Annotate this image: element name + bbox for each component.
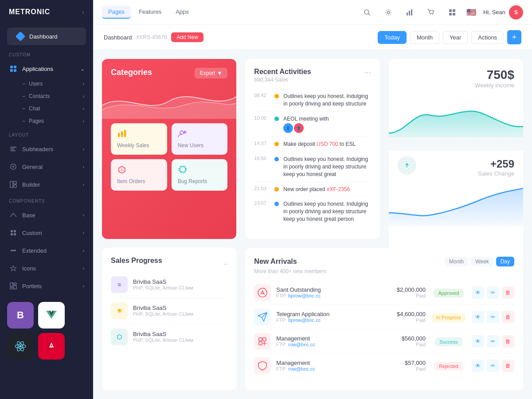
sales-tech: PHP, SQLite, Artisan CLIмм <box>133 285 227 290</box>
sidebar-logo: METRONIC ‹ <box>0 0 93 24</box>
activity-dot <box>274 202 279 206</box>
sidebar-extended-label: Extended <box>22 247 47 254</box>
category-new-users[interactable]: New Users <box>172 123 228 155</box>
svg-rect-59 <box>259 338 262 341</box>
sidebar-collapse-icon[interactable]: ‹ <box>82 8 84 16</box>
sidebar-item-base[interactable]: Base › <box>0 206 93 224</box>
sales-tech: PHP, SQLite, Artisan CLIмм <box>133 311 227 317</box>
arrival-actions: 👁 ✏ 🗑 <box>472 311 514 323</box>
status-badge: In Progress <box>432 313 466 322</box>
view-button[interactable]: 👁 <box>472 360 484 372</box>
add-new-button[interactable]: Add New <box>171 32 203 42</box>
arrival-name: Management <box>276 360 380 366</box>
icons-chevron-icon: › <box>83 266 84 271</box>
users-chevron-icon: › <box>83 82 84 86</box>
sidebar-item-builder[interactable]: Builder › <box>0 176 93 193</box>
search-icon[interactable] <box>360 5 374 20</box>
sales-avatar: ☀ <box>111 302 128 319</box>
language-flag[interactable]: 🇺🇸 <box>466 8 476 17</box>
activity-time: 16:50 <box>254 156 270 161</box>
arrival-ftp: FTP: bprow@bnc.cc <box>276 317 380 323</box>
sidebar-item-users[interactable]: Users › <box>22 78 93 90</box>
sidebar-item-icons[interactable]: Icons › <box>0 259 93 277</box>
builder-icon <box>9 180 18 189</box>
export-button[interactable]: Export ▼ <box>195 68 228 78</box>
tab-apps[interactable]: Apps <box>169 6 195 19</box>
applications-icon <box>9 64 18 73</box>
chart-icon[interactable] <box>403 5 417 20</box>
angular-icon[interactable] <box>38 333 65 360</box>
category-weekly-sales[interactable]: Weekly Sales <box>111 123 167 155</box>
activity-time: 08:42 <box>254 93 270 98</box>
sidebar-pages-label: Pages <box>29 118 44 124</box>
view-button[interactable]: 👁 <box>472 286 484 299</box>
tab-features[interactable]: Features <box>133 6 168 19</box>
actions-button[interactable]: Actions <box>471 31 504 44</box>
add-button[interactable]: + <box>507 30 521 44</box>
dashboard-icon <box>16 32 25 41</box>
month-button[interactable]: Month <box>410 31 439 44</box>
sidebar-general-label: General <box>22 164 43 170</box>
today-button[interactable]: Today <box>378 31 407 44</box>
extended-icon <box>9 246 18 255</box>
cart-icon[interactable] <box>424 5 438 20</box>
sales-info: Briviba SaaS PHP, SQLite, Artisan CLIмм <box>133 331 227 343</box>
sidebar-icons-label: Icons <box>22 265 36 272</box>
svg-rect-43 <box>453 9 455 12</box>
sidebar-item-extended[interactable]: Extended › <box>0 242 93 259</box>
svg-rect-47 <box>121 131 123 137</box>
arrival-actions: 👁 ✏ 🗑 <box>472 360 514 372</box>
svg-rect-3 <box>14 69 16 72</box>
sidebar-item-portlets[interactable]: Portlets › <box>0 277 93 295</box>
edit-button[interactable]: ✏ <box>487 286 499 299</box>
arrivals-tab-day[interactable]: Day <box>496 257 514 266</box>
sales-menu-icon[interactable]: ·· <box>223 259 227 269</box>
sidebar-item-pages[interactable]: Pages › <box>22 115 93 127</box>
new-arrivals-card: New Arrivals Month Week Day More than 40… <box>245 248 523 390</box>
delete-button[interactable]: 🗑 <box>502 335 514 348</box>
sidebar-base-label: Base <box>22 212 35 219</box>
user-avatar: S <box>509 5 523 20</box>
user-greeting[interactable]: Hi, Sean S <box>483 5 523 20</box>
bootstrap-icon[interactable]: B <box>7 302 34 329</box>
tab-pages[interactable]: Pages <box>102 6 131 19</box>
user-greeting-text: Hi, Sean <box>483 9 505 16</box>
arrivals-tab-month[interactable]: Month <box>445 257 468 266</box>
sidebar-item-applications[interactable]: Applications ⌄ <box>0 60 93 78</box>
new-users-icon <box>178 129 222 140</box>
sidebar-item-contacts[interactable]: Contacts › <box>22 90 93 102</box>
sidebar-item-general[interactable]: General › <box>0 158 93 176</box>
sidebar-item-custom[interactable]: Custom › <box>0 224 93 242</box>
sidebar-contacts-label: Contacts <box>29 93 50 99</box>
sidebar-item-dashboard[interactable]: Dashboard <box>7 27 86 45</box>
react-icon[interactable] <box>7 333 34 360</box>
income-label: Weekly Income <box>398 82 514 89</box>
category-item-orders[interactable]: Item Orders <box>111 159 167 191</box>
settings-icon[interactable] <box>381 5 395 20</box>
view-button[interactable]: 👁 <box>472 335 484 348</box>
sidebar-section-custom: CUSTOM <box>0 47 93 60</box>
delete-button[interactable]: 🗑 <box>502 360 514 372</box>
svg-rect-61 <box>259 342 262 345</box>
activities-menu-icon[interactable]: ··· <box>364 68 371 77</box>
grid-icon[interactable] <box>445 5 459 20</box>
arrivals-tab-week[interactable]: Week <box>471 257 493 266</box>
activity-time: 21:03 <box>254 186 270 191</box>
edit-button[interactable]: ✏ <box>487 360 499 372</box>
delete-button[interactable]: 🗑 <box>502 311 514 323</box>
svg-point-8 <box>12 166 14 168</box>
edit-button[interactable]: ✏ <box>487 335 499 348</box>
year-button[interactable]: Year <box>443 31 468 44</box>
edit-button[interactable]: ✏ <box>487 311 499 323</box>
vue-icon[interactable] <box>38 302 65 329</box>
sidebar-builder-label: Builder <box>22 181 40 188</box>
sidebar-item-subheaders[interactable]: Subheaders › <box>0 140 93 158</box>
view-button[interactable]: 👁 <box>472 311 484 323</box>
sales-progress-title: Sales Progress <box>111 257 162 265</box>
delete-button[interactable]: 🗑 <box>502 286 514 299</box>
category-bug-reports[interactable]: Bug Reports <box>172 159 228 191</box>
sidebar-item-chat[interactable]: Chat › <box>22 102 93 115</box>
base-chevron-icon: › <box>83 213 84 218</box>
arrival-item: Management FTP: row@bnc.cc $57,000 Paid … <box>254 354 514 378</box>
svg-rect-14 <box>11 233 13 235</box>
